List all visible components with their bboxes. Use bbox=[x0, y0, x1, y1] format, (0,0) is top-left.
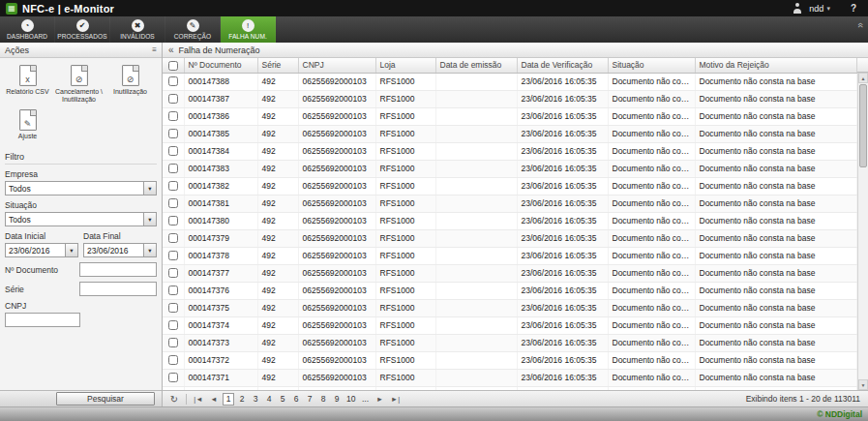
page-button-2[interactable]: 2 bbox=[236, 393, 248, 406]
col-documento[interactable]: Nº Documento bbox=[184, 58, 257, 73]
row-checkbox[interactable] bbox=[168, 111, 178, 121]
vertical-scrollbar[interactable]: ▲ ▼ bbox=[857, 73, 868, 390]
table-row[interactable]: 00014737549206255692000103RFS100023/06/2… bbox=[163, 299, 857, 316]
col-situacao[interactable]: Situação bbox=[608, 58, 695, 73]
row-checkbox[interactable] bbox=[168, 94, 178, 104]
help-button[interactable]: ? bbox=[851, 3, 856, 14]
table-row[interactable]: 00014737249206255692000103RFS100023/06/2… bbox=[163, 351, 857, 369]
table-row[interactable]: 00014737749206255692000103RFS100023/06/2… bbox=[163, 264, 857, 282]
table-row[interactable]: 00014738249206255692000103RFS100023/06/2… bbox=[163, 177, 857, 195]
row-checkbox[interactable] bbox=[168, 216, 178, 226]
row-checkbox[interactable] bbox=[168, 181, 178, 191]
last-page-button[interactable]: ►| bbox=[388, 393, 402, 406]
col-serie[interactable]: Série bbox=[257, 58, 298, 73]
cell-situacao: Documento não consta na base bbox=[608, 369, 695, 386]
cnpj-input[interactable] bbox=[5, 313, 80, 327]
tab-correcao[interactable]: ✎CORREÇÃO bbox=[165, 16, 221, 43]
tab-processados[interactable]: ✔PROCESSADOS bbox=[55, 16, 110, 43]
page-button-7[interactable]: 7 bbox=[304, 393, 315, 406]
cell-situacao: Documento não consta na base bbox=[608, 334, 695, 351]
cell-documento: 000147385 bbox=[184, 125, 257, 142]
tab-dashboard[interactable]: ◔DASHBOARD bbox=[0, 16, 55, 43]
tab-falha-num[interactable]: !FALHA NUM. bbox=[221, 16, 276, 43]
cell-cnpj: 06255692000103 bbox=[298, 282, 375, 299]
empresa-select[interactable]: Todos ▾ bbox=[5, 181, 157, 195]
table-row[interactable]: 00014738549206255692000103RFS100023/06/2… bbox=[163, 125, 857, 142]
table-row[interactable]: 00014737849206255692000103RFS100023/06/2… bbox=[163, 247, 857, 264]
table-row[interactable]: 00014737349206255692000103RFS100023/06/2… bbox=[163, 334, 857, 351]
actions-menu-icon[interactable]: ≡ bbox=[152, 45, 157, 54]
table-row[interactable]: 00014737149206255692000103RFS100023/06/2… bbox=[163, 369, 857, 386]
tab-invalidos[interactable]: ✖INVÁLIDOS bbox=[110, 16, 165, 43]
col-loja[interactable]: Loja bbox=[375, 58, 435, 73]
table-row[interactable]: 00014738149206255692000103RFS100023/06/2… bbox=[163, 195, 857, 212]
table-row[interactable]: 00014738049206255692000103RFS100023/06/2… bbox=[163, 212, 857, 229]
table-row[interactable]: 00014737449206255692000103RFS100023/06/2… bbox=[163, 316, 857, 334]
next-page-button[interactable]: ► bbox=[373, 393, 386, 406]
table-row[interactable]: 00014737949206255692000103RFS100023/06/2… bbox=[163, 229, 857, 247]
table-row[interactable]: 00014738649206255692000103RFS100023/06/2… bbox=[163, 107, 857, 125]
chevron-down-icon: ▾ bbox=[143, 182, 156, 195]
table-row[interactable]: 00014737049206255692000103RFS100023/06/2… bbox=[163, 386, 857, 390]
scrollbar-thumb[interactable] bbox=[859, 84, 867, 167]
cell-cnpj: 06255692000103 bbox=[298, 264, 375, 282]
page-button-8[interactable]: 8 bbox=[317, 393, 329, 406]
page-button-1[interactable]: 1 bbox=[223, 393, 234, 406]
collapse-sidebar-icon[interactable]: « bbox=[168, 45, 174, 55]
col-verificacao[interactable]: Data de Verificação bbox=[517, 58, 608, 73]
table-row[interactable]: 00014738349206255692000103RFS100023/06/2… bbox=[163, 160, 857, 177]
action-cancelamento-inutilizacao[interactable]: ⊘Cancelamento \ Inutilização bbox=[53, 62, 105, 106]
search-button[interactable]: Pesquisar bbox=[56, 392, 155, 406]
page-button-3[interactable]: 3 bbox=[250, 393, 261, 406]
row-checkbox[interactable] bbox=[168, 268, 178, 278]
col-motivo[interactable]: Motivo da Rejeição bbox=[695, 58, 857, 73]
col-cnpj[interactable]: CNPJ bbox=[298, 58, 375, 73]
documento-input[interactable] bbox=[79, 262, 157, 277]
page-button-10[interactable]: 10 bbox=[344, 393, 357, 406]
row-checkbox[interactable] bbox=[168, 303, 178, 313]
scrollbar-track[interactable] bbox=[858, 83, 868, 379]
cell-motivo: Documento não consta na base bbox=[695, 90, 857, 107]
action-relatorio-csv[interactable]: xRelatório CSV bbox=[2, 62, 53, 106]
serie-input[interactable] bbox=[79, 282, 157, 296]
cell-documento: 000147376 bbox=[184, 282, 257, 299]
row-checkbox[interactable] bbox=[168, 198, 178, 208]
data-final-field[interactable]: 23/06/2016 ▾ bbox=[83, 243, 157, 257]
action-inutilizacao[interactable]: ⊘Inutilização bbox=[105, 62, 156, 106]
prev-page-button[interactable]: ◄ bbox=[207, 393, 221, 406]
user-menu[interactable]: ndd ▾ bbox=[809, 4, 830, 14]
row-checkbox[interactable] bbox=[168, 355, 178, 365]
page-button-6[interactable]: 6 bbox=[290, 393, 302, 406]
row-checkbox[interactable] bbox=[168, 373, 178, 382]
row-checkbox[interactable] bbox=[168, 320, 178, 330]
row-checkbox[interactable] bbox=[168, 338, 178, 347]
row-checkbox[interactable] bbox=[168, 76, 178, 86]
scroll-down-icon[interactable]: ▼ bbox=[858, 379, 868, 390]
action-ajuste[interactable]: ✎Ajuste bbox=[2, 106, 53, 143]
row-checkbox[interactable] bbox=[168, 129, 178, 138]
situacao-select[interactable]: Todos ▾ bbox=[5, 212, 157, 226]
row-checkbox[interactable] bbox=[168, 286, 178, 295]
scroll-up-icon[interactable]: ▲ bbox=[858, 73, 868, 83]
select-all-checkbox[interactable] bbox=[168, 61, 178, 71]
row-checkbox[interactable] bbox=[168, 146, 178, 156]
row-checkbox[interactable] bbox=[168, 251, 178, 260]
col-emissao[interactable]: Data de emissão bbox=[435, 58, 517, 73]
table-row[interactable]: 00014738849206255692000103RFS100023/06/2… bbox=[163, 73, 857, 90]
table-row[interactable]: 00014738449206255692000103RFS100023/06/2… bbox=[163, 142, 857, 160]
ribbon-collapse-icon[interactable]: « bbox=[855, 22, 866, 37]
cell-verificacao: 23/06/2016 16:05:35 bbox=[517, 264, 608, 282]
ajuste-icon: ✎ bbox=[19, 109, 37, 131]
cell-checkbox bbox=[163, 160, 184, 177]
first-page-button[interactable]: |◄ bbox=[192, 393, 205, 406]
data-final-label: Data Final bbox=[83, 231, 157, 241]
page-button-4[interactable]: 4 bbox=[263, 393, 275, 406]
table-row[interactable]: 00014737649206255692000103RFS100023/06/2… bbox=[163, 282, 857, 299]
refresh-icon[interactable]: ↻ bbox=[167, 393, 181, 406]
data-inicial-field[interactable]: 23/06/2016 ▾ bbox=[5, 243, 78, 257]
row-checkbox[interactable] bbox=[168, 164, 178, 173]
page-button-5[interactable]: 5 bbox=[277, 393, 288, 406]
row-checkbox[interactable] bbox=[168, 233, 178, 243]
page-button-9[interactable]: 9 bbox=[331, 393, 343, 406]
table-row[interactable]: 00014738749206255692000103RFS100023/06/2… bbox=[163, 90, 857, 107]
